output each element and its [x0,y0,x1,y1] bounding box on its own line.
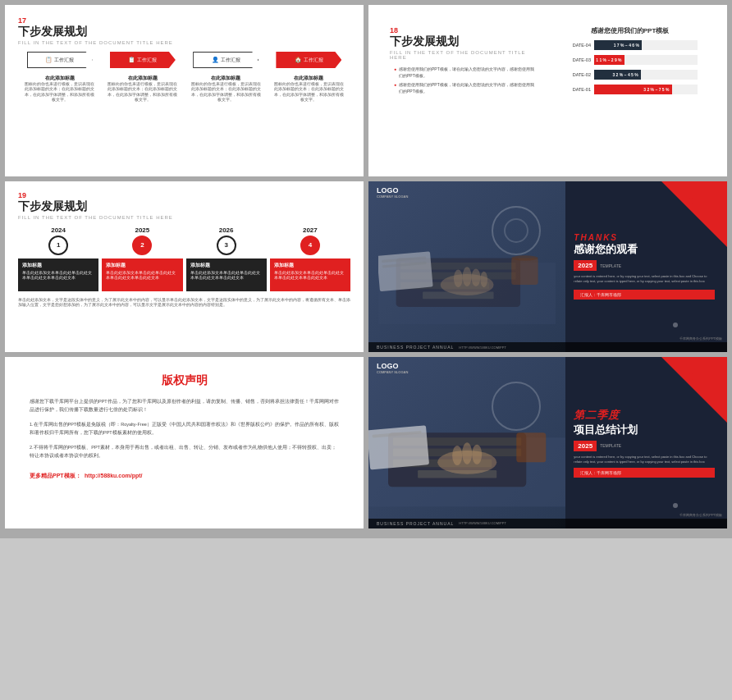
slide-17-subtitle: FILL IN THE TEXT OF THE DOCUMENT TITLE H… [18,40,350,45]
proj-dot-1 [673,503,678,508]
tl-circle-3: 3 [217,236,236,255]
slide-18-right: 感谢您使用我们的PPT模板 DATE-04 1 7 % ~ 4 6 % DATE… [550,16,714,165]
slide-17-num: 17 [18,16,350,25]
footer-note: 千库网商务办公系列PPT模板 [679,336,722,341]
thanks-btn[interactable]: 汇报人：千库网市场部 [574,290,715,300]
slide-19: 19 下步发展规划 FILL IN THE TEXT OF THE DOCUME… [5,181,364,353]
arrow-label-3: 工作汇报 [221,57,240,63]
slide-18-content: 18 下步发展规划 FILL IN THE TEXT OF THE DOCUME… [382,16,714,165]
arrow-desc-3: 图标向的你也来进行模板，意识表现在此添加标题的文本；在此添加标题的文本，在此添加… [191,82,261,103]
thanks-small-text: your content is entered here, or by copy… [574,274,715,284]
slide-18-num: 18 [390,26,542,34]
proj-footer-note: 千库网商务办公系列PPT模板 [679,513,722,517]
bar-fill-3: 1 1 % ~ 2 9 % [594,55,624,65]
more-label: 更多精品PPT模板： [30,473,81,478]
slide-18-left: 18 下步发展规划 FILL IN THE TEXT OF THE DOCUME… [382,16,550,165]
proj-btn[interactable]: 汇报人：千库网市场部 [574,468,715,478]
slide-18-title: 下步发展规划 [390,34,542,49]
proj-small-text: your content is entered here, or by copy… [574,455,715,464]
slide-17-title: 下步发展规划 [18,25,350,39]
proj-bottom-title: BUSINESS PROJECT ANNUAL [377,521,454,526]
tl-box-2: 添加标题 单击此处添加文本单击此处单击此处文本单击此处文本单击此处文本 [102,258,182,291]
dot-2 [688,198,694,204]
proj-bottom-url: HTTP://WWW.588KU.COM/PPT [459,521,506,525]
copyright-para1: 感谢您下载千库网平台上提供的PPT作品，为了您和千库网以及原创作者的利益，请勿复… [30,398,339,414]
svg-point-10 [454,269,463,287]
proj-year-badge: 2025 TEMPLATE [574,441,715,451]
slide-19-num: 19 [18,191,350,199]
year-box: 2025 [574,260,597,271]
template-text: TEMPLATE [600,263,621,268]
bar-row-2: DATE-02 3 2 % ~ 4 5 % [562,70,698,80]
photo-area [368,181,565,353]
copyright-more: 更多精品PPT模板： http://588ku.com/ppt/ [30,466,339,481]
tl-box-3: 添加标题 单击此处添加文本单击此处单击此处文本单击此处文本单击此处文本 [186,258,267,291]
svg-rect-14 [511,258,538,284]
arrow-box-2: 📋 工作汇报 [110,52,176,68]
slide-18-subtitle: FILL IN THE TEXT OF THE DOCUMENT TITLE H… [390,50,542,60]
bar-fill-4: 1 7 % ~ 4 6 % [594,40,642,50]
slides-grid: 17 下步发展规划 FILL IN THE TEXT OF THE DOCUME… [0,0,732,538]
svg-rect-28 [516,432,546,462]
bullet-2: ● 感谢您使用我们的PPT模板，请在此输入您想说的文字内容，感谢您使用我们的PP… [394,82,538,94]
proj-right: 第二季度 项目总结计划 2025 TEMPLATE your content i… [565,357,727,528]
svg-point-26 [462,442,472,464]
copyright-para2: 1.在千库网出售的PPT模板是免版税（即：Royalty-Free）正版受《中国… [30,421,339,437]
arrow-label-2: 工作汇报 [137,57,157,63]
proj-bottom: BUSINESS PROJECT ANNUAL HTTP://WWW.588KU… [368,519,727,528]
proj-template: TEMPLATE [600,443,621,448]
slide-copyright: 版权声明 感谢您下载千库网平台上提供的PPT作品，为了您和千库网以及原创作者的利… [5,357,364,528]
slide-19-subtitle: FILL IN THE TEXT OF THE DOCUMENT TITLE H… [18,215,350,220]
svg-point-25 [452,446,462,465]
slide-17: 17 下步发展规划 FILL IN THE TEXT OF THE DOCUME… [5,5,364,176]
slide-thanks: LOGO COMPANY SLOGAN THANKS 感谢您的观看 2025 T… [368,181,727,353]
tl-item-1: 2024 1 添加标题 单击此处添加文本单击此处单击此处文本单击此处文本单击此处… [18,226,98,291]
copyright-para3: 2.不得将千库网的PPT模板、PPT素材，本身用于再出售，或者出租、出售、转让、… [30,444,339,460]
slide-17-arrows: 📋 工作汇报 在此添加标题 图标向的你也来进行模板，意识表现在此添加标题的文本；… [18,52,350,103]
slide-18: 18 下步发展规划 FILL IN THE TEXT OF THE DOCUME… [368,5,727,176]
arrow-desc-1: 图标向的你也来进行模板，意识表现在此添加标题的文本；在此添加标题的文本，在此添加… [25,82,94,103]
proj-photo [368,357,565,528]
bar-fill-2: 3 2 % ~ 4 5 % [594,70,641,80]
tl-item-3: 2026 3 添加标题 单击此处添加文本单击此处单击此处文本单击此处文本单击此处… [186,226,267,291]
proj-keyboard-svg [368,357,565,528]
more-url[interactable]: http://588ku.com/ppt/ [85,473,142,478]
proj-title-1: 第二季度 [574,408,715,423]
bottom-url: HTTP://WWW.588KU.COM/PPT [459,345,506,350]
tl-item-4: 2027 4 添加标题 单击此处添加文本单击此处单击此处文本单击此处文本单击此处… [270,226,350,291]
proj-circle-1 [492,382,541,431]
tl-item-2: 2025 2 添加标题 单击此处添加文本单击此处单击此处文本单击此处文本单击此处… [102,226,182,291]
slide-19-header: 19 下步发展规划 FILL IN THE TEXT OF THE DOCUME… [18,191,350,220]
tl-circle-1: 1 [48,236,68,255]
slide-thanks-logo: LOGO COMPANY SLOGAN [377,186,408,199]
arrow-item-4: 🏠 工作汇报 在此添加标题 图标向的你也来进行模板，意识表现在此添加标题的文本；… [268,52,350,103]
arrow-title-2: 在此添加标题 [128,75,158,82]
bar-row-4: DATE-04 1 7 % ~ 4 6 % [562,40,698,50]
thanks-cn: 感谢您的观看 [574,242,715,257]
svg-point-13 [480,271,487,286]
slide-thanks-right: THANKS 感谢您的观看 2025 TEMPLATE your content… [565,181,727,353]
tl-year-2: 2025 [135,226,149,234]
circle-deco-2 [504,218,528,243]
arrow-item-3: 👤 工作汇报 在此添加标题 图标向的你也来进行模板，意识表现在此添加标题的文本；… [185,52,268,103]
slide-19-title: 下步发展规划 [18,199,350,214]
thanks-en: THANKS [574,233,715,242]
svg-point-11 [463,267,472,286]
svg-point-27 [472,445,482,464]
arrow-desc-2: 图标向的你也来进行模板，意识表现在此添加标题的文本；在此添加标题的文本，在此添加… [108,82,177,103]
bar-row-1: DATE-01 3 2 % ~ 7 5 % [562,85,698,94]
arrow-item-2: 📋 工作汇报 在此添加标题 图标向的你也来进行模板，意识表现在此添加标题的文本；… [101,52,184,103]
arrow-item-1: 📋 工作汇报 在此添加标题 图标向的你也来进行模板，意识表现在此添加标题的文本；… [18,52,101,103]
slide-18-bars: DATE-04 1 7 % ~ 4 6 % DATE-03 1 1 % ~ 2 … [554,40,706,94]
year-badge: 2025 TEMPLATE [574,260,715,271]
slide-19-footer: 单击此处添加文本，文字是这段实体中的意义，为了展示此文本中的内容，可以显示单击此… [18,298,350,309]
arrow-title-1: 在此添加标题 [45,75,75,82]
slide-project: LOGO COMPANY SLOGAN 第二季度 项目总结计划 2025 TEM… [368,357,727,528]
tl-year-4: 2027 [303,226,318,234]
tl-year-1: 2024 [51,226,66,234]
slide-thanks-bottom: BUSINESS PROJECT ANNUAL HTTP://WWW.588KU… [368,342,727,352]
slide-19-timeline: 2024 1 添加标题 单击此处添加文本单击此处单击此处文本单击此处文本单击此处… [18,226,350,291]
bar-row-3: DATE-03 1 1 % ~ 2 9 % [562,55,698,65]
tl-circle-4: 4 [300,236,320,255]
arrow-box-1: 📋 工作汇报 [27,52,93,68]
